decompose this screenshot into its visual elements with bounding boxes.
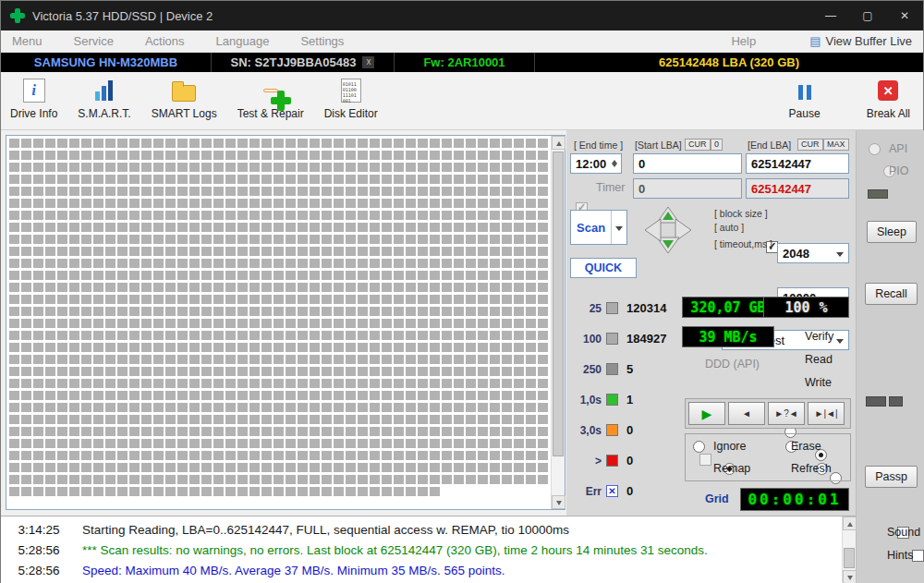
smart-button[interactable]: S.M.A.R.T. — [78, 77, 130, 120]
stat-value: 0 — [626, 423, 633, 437]
stat-label: 25 — [570, 302, 602, 315]
recall-button[interactable]: Recall — [865, 283, 918, 305]
jump-edge-button[interactable]: ►|◄| — [808, 402, 845, 425]
percent-value: 100 — [784, 299, 809, 316]
stat-label: Err — [570, 485, 602, 498]
auto-label: [ auto ] — [714, 222, 744, 233]
start-lba-input[interactable]: 0 — [633, 153, 742, 174]
write-label: Write — [805, 376, 832, 389]
menubar: Menu Service Actions Language Settings H… — [1, 30, 923, 53]
percent-display: 100 % — [763, 297, 849, 318]
menu-item-language[interactable]: Language — [216, 34, 270, 48]
test-repair-button[interactable]: Test & Repair — [237, 77, 304, 120]
pause-button[interactable]: Pause — [789, 77, 821, 120]
serial-close-icon[interactable]: x — [362, 56, 374, 68]
serial-text: SN: S2TJJ9BBA05483 — [231, 55, 357, 69]
app-logo-icon — [10, 8, 25, 23]
menu-item-actions[interactable]: Actions — [145, 34, 185, 48]
drive-info-button[interactable]: i Drive Info — [10, 77, 57, 120]
disk-editor-button[interactable]: 010110110011101001 Disk Editor — [324, 77, 378, 120]
right-side-panel: API PIO Sleep Recall Passp Sound Hints — [856, 130, 924, 583]
menu-item-service[interactable]: Service — [74, 34, 114, 48]
scroll-thumb[interactable] — [553, 152, 564, 456]
block-size-select[interactable]: 2048 — [777, 243, 849, 263]
api-radio[interactable] — [869, 143, 881, 155]
log-scrollbar[interactable] — [842, 516, 856, 583]
drive-info-icon: i — [23, 79, 45, 103]
test-control-panel: [ End time ] [Start LBA] CUR 0 [End LBA]… — [566, 130, 856, 516]
menu-item-help[interactable]: Help — [731, 34, 756, 48]
menu-item-settings[interactable]: Settings — [300, 34, 344, 48]
scan-scrollbar[interactable] — [551, 136, 565, 509]
smart-logs-button[interactable]: SMART Logs — [152, 77, 217, 120]
scroll-up-icon[interactable] — [552, 136, 565, 150]
smart-chart-icon — [93, 79, 116, 102]
device-info-bar: SAMSUNG HN-M320MBB SN: S2TJJ9BBA05483 x … — [1, 53, 923, 72]
stat-row-25: 25 120314 — [570, 301, 666, 315]
window-title: Victoria 5.37 HDD/SSD | Device 2 — [32, 9, 213, 23]
scan-button-label: Scan — [571, 211, 611, 244]
grid-label: Grid — [705, 492, 729, 505]
close-button[interactable]: ✕ — [886, 1, 923, 30]
start-test-button[interactable]: ▶ — [688, 402, 725, 425]
log-panel: 3:14:25 Starting Reading, LBA=0..6251424… — [1, 516, 856, 583]
minimize-button[interactable]: — — [812, 1, 849, 30]
start-lba-zero-button[interactable]: 0 — [711, 139, 723, 151]
end-lba-max-button[interactable]: MAX — [823, 139, 849, 151]
hints-checkbox[interactable] — [912, 550, 924, 562]
vendor-mini-button-2[interactable] — [889, 396, 903, 407]
log-time: 5:28:56 — [1, 543, 77, 557]
quick-button[interactable]: QUICK — [570, 258, 637, 278]
speed-display: 39 MB/s — [682, 326, 774, 347]
folder-icon — [172, 85, 196, 102]
scan-dropdown-icon[interactable] — [611, 211, 626, 244]
device-serial: SN: S2TJJ9BBA05483 x — [212, 53, 395, 72]
menu-item-menu[interactable]: Menu — [12, 34, 43, 48]
device-capacity: 625142448 LBA (320 GB) — [535, 53, 923, 72]
timer-from-field: 0 — [633, 178, 742, 199]
scan-surface-map — [6, 135, 565, 510]
jump-question-button[interactable]: ►?◄ — [768, 402, 805, 425]
ddd-label: DDD (API) — [705, 358, 760, 370]
direction-pad[interactable] — [642, 204, 694, 256]
sleep-button[interactable]: Sleep — [867, 221, 917, 243]
log-message: Speed: Maximum 40 MB/s. Average 37 MB/s.… — [82, 564, 505, 577]
stat-label: > — [570, 455, 602, 468]
stat-value: 1 — [626, 393, 633, 407]
end-lba-label: [End LBA] — [748, 140, 791, 151]
block-size-label: [ block size ] — [714, 208, 768, 219]
step-back-button[interactable]: ◄ — [728, 402, 765, 425]
log-scroll-thumb[interactable] — [844, 548, 855, 568]
device-firmware: Fw: 2AR10001 — [395, 53, 535, 72]
percent-unit: % — [820, 299, 828, 316]
timeout-label: [ timeout,ms ] — [714, 238, 772, 249]
maximize-button[interactable]: ▢ — [849, 1, 886, 30]
start-lba-cur-button[interactable]: CUR — [685, 139, 711, 151]
end-lba-cur-button[interactable]: CUR — [797, 139, 823, 151]
smart-label: S.M.A.R.T. — [78, 107, 130, 120]
stat-value: 0 — [626, 454, 633, 468]
log-scroll-up-icon[interactable] — [843, 516, 857, 530]
passp-button[interactable]: Passp — [865, 466, 918, 488]
stat-color-swatch — [606, 455, 618, 467]
vendor-mini-button-1[interactable] — [866, 396, 886, 407]
view-buffer-live-button[interactable]: ▤ View Buffer Live — [809, 34, 912, 48]
log-time: 3:14:25 — [1, 523, 77, 537]
start-lba-label: [Start LBA] — [635, 140, 682, 151]
end-lba-input[interactable]: 625142447 — [746, 153, 849, 174]
sound-label: Sound — [887, 526, 920, 539]
scan-button[interactable]: Scan — [570, 210, 627, 245]
log-lines: 3:14:25 Starting Reading, LBA=0..6251424… — [1, 516, 842, 583]
read-label: Read — [805, 353, 833, 366]
break-all-button[interactable]: ✕ Break All — [867, 77, 910, 120]
end-time-label: [ End time ] — [574, 140, 623, 151]
stat-value: 184927 — [626, 332, 666, 346]
api-label: API — [889, 142, 907, 155]
disk-editor-label: Disk Editor — [324, 107, 378, 120]
log-scroll-down-icon[interactable] — [843, 570, 857, 583]
end-time-input[interactable]: 12:00 — [570, 153, 622, 174]
ignore-radio[interactable] — [693, 441, 705, 453]
stat-color-swatch — [606, 424, 618, 436]
device-model[interactable]: SAMSUNG HN-M320MBB — [1, 53, 212, 72]
scroll-down-icon[interactable] — [552, 495, 565, 509]
